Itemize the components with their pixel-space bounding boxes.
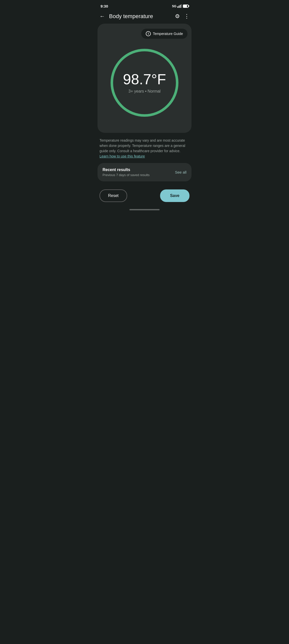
- back-button[interactable]: ←: [100, 13, 105, 20]
- page-title: Body temperature: [109, 13, 153, 20]
- disclaimer-body: Temperature readings may vary and are mo…: [100, 138, 185, 153]
- network-indicator: 5G: [172, 4, 176, 8]
- disclaimer-text: Temperature readings may vary and are mo…: [95, 133, 194, 163]
- svg-rect-0: [177, 6, 178, 8]
- temperature-guide-button[interactable]: i Temperature Guide: [141, 29, 187, 39]
- settings-icon[interactable]: ⚙: [175, 13, 180, 20]
- save-button[interactable]: Save: [160, 189, 189, 202]
- recent-results-subtitle: Previous 7 days of saved results: [103, 173, 150, 177]
- header: ← Body temperature ⚙ ⋮: [95, 11, 194, 24]
- home-bar: [129, 209, 160, 210]
- svg-rect-3: [181, 4, 182, 8]
- svg-rect-2: [180, 5, 181, 8]
- thermometer-circle-container: 98.7°F 3+ years • Normal: [102, 44, 187, 127]
- bottom-buttons: Reset Save: [95, 181, 194, 207]
- see-all-button[interactable]: See all: [175, 170, 186, 174]
- more-options-icon[interactable]: ⋮: [184, 13, 189, 20]
- learn-more-link[interactable]: Learn how to use this feature: [100, 154, 145, 158]
- svg-rect-1: [179, 6, 179, 8]
- thermometer-circle: 98.7°F 3+ years • Normal: [108, 46, 181, 119]
- reset-button[interactable]: Reset: [100, 189, 127, 202]
- status-bar: 9:30 5G: [95, 0, 194, 11]
- status-time: 9:30: [101, 4, 108, 8]
- temperature-subtitle: 3+ years • Normal: [128, 89, 161, 94]
- signal-icon: [177, 4, 182, 8]
- status-icons: 5G: [172, 4, 188, 8]
- battery-icon: [183, 5, 188, 8]
- temperature-guide-label: Temperature Guide: [153, 32, 183, 36]
- temperature-value: 98.7°F: [123, 72, 166, 87]
- info-icon: i: [146, 31, 151, 36]
- recent-results-card[interactable]: Recent results Previous 7 days of saved …: [98, 163, 191, 181]
- recent-results-title: Recent results: [103, 168, 150, 172]
- main-card: i Temperature Guide 98.7°F 3+ years • No…: [98, 24, 191, 133]
- home-indicator: [95, 207, 194, 213]
